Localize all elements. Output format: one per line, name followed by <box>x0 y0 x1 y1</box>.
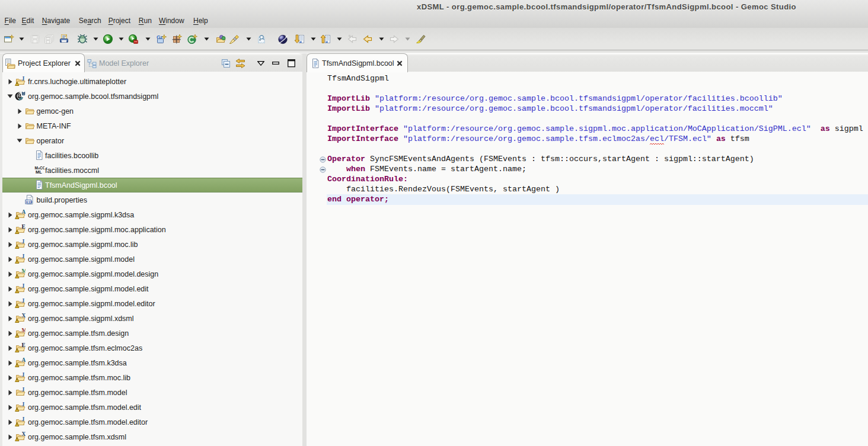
svg-text:M: M <box>22 269 25 274</box>
svg-text:J: J <box>22 402 25 408</box>
svg-text:A: A <box>22 358 25 363</box>
svg-text:X: X <box>22 313 25 319</box>
svg-text:J: J <box>22 299 25 304</box>
svg-text:J: J <box>22 387 25 393</box>
svg-text:J: J <box>22 239 25 245</box>
svg-text:J: J <box>22 254 25 259</box>
svg-text:E: E <box>22 343 25 348</box>
svg-text:J: J <box>22 417 25 422</box>
svg-text:J: J <box>22 373 25 378</box>
svg-text:E: E <box>22 224 25 230</box>
svg-text:A: A <box>22 210 25 215</box>
svg-text:ML: ML <box>36 169 42 175</box>
svg-text:M: M <box>22 328 25 333</box>
svg-text:J: J <box>22 284 25 289</box>
svg-text:010: 010 <box>26 200 33 204</box>
svg-text:X: X <box>22 432 25 437</box>
svg-text:J: J <box>22 76 25 82</box>
